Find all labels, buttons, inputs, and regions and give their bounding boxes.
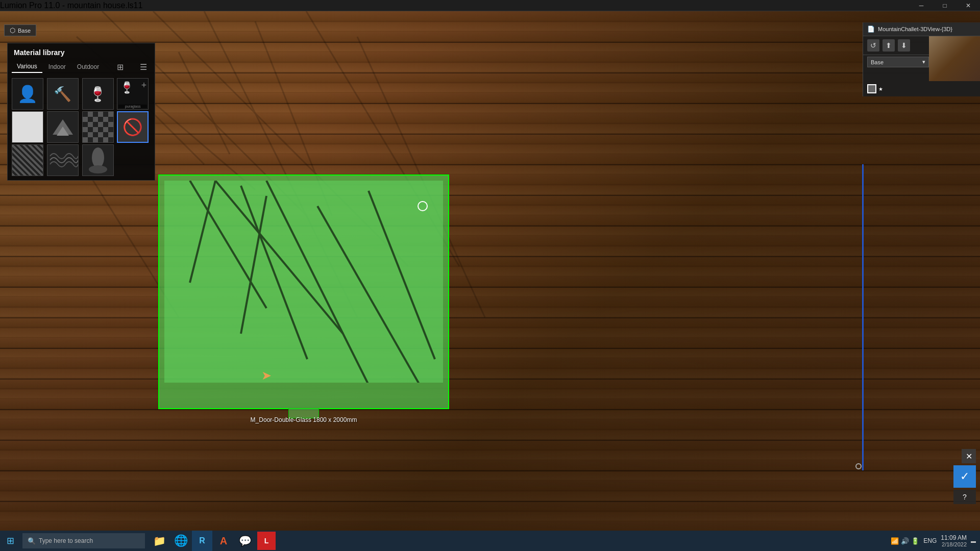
- confirm-button[interactable]: ✓: [953, 465, 976, 488]
- wood-plank-line: [0, 440, 980, 441]
- right-edge-indicator: [862, 164, 864, 470]
- taskbar-app-revit[interactable]: R: [192, 531, 212, 551]
- material-library-panel: Material library Various Indoor Outdoor …: [7, 43, 155, 181]
- lumion-icon: L: [257, 532, 276, 550]
- wood-plank-line: [0, 226, 980, 227]
- material-item-person[interactable]: 👤: [12, 78, 43, 110]
- taskbar-app-lumion[interactable]: L: [256, 531, 277, 551]
- network-icon[interactable]: 📶: [891, 537, 899, 545]
- search-icon: 🔍: [28, 537, 36, 545]
- wood-plank-line: [0, 409, 980, 410]
- panel-actions: ↺ ⬆ ⬇: [863, 36, 929, 55]
- taskbar-apps: 📁 🌐 R A 💬 L: [149, 531, 277, 551]
- door-arrow: ➤: [261, 368, 272, 383]
- time-display: 11:09 AM: [941, 534, 967, 541]
- tab-outdoor[interactable]: Outdoor: [72, 61, 104, 72]
- list-view-icon[interactable]: ☰: [136, 60, 151, 74]
- chevron-down-icon: ▾: [922, 59, 925, 65]
- language-indicator[interactable]: ENG: [923, 537, 937, 544]
- taskbar-app-whatsapp[interactable]: 💬: [235, 531, 255, 551]
- material-item-diagonal[interactable]: [12, 144, 43, 176]
- shape-svg: [83, 145, 113, 176]
- clock[interactable]: 11:09 AM 2/18/2022: [941, 534, 967, 547]
- grid-view-icon[interactable]: ⊞: [113, 60, 128, 74]
- download-button[interactable]: ⬇: [898, 39, 910, 52]
- dropdown-value: Base: [871, 59, 884, 65]
- panel-content-area: ↺ ⬆ ⬇ Base ▾: [863, 36, 980, 81]
- wood-plank-line: [0, 501, 980, 502]
- system-tray: 📶 🔊 🔋: [891, 537, 919, 545]
- svg-line-11: [215, 181, 343, 334]
- door-handle: [418, 201, 428, 211]
- panel-dropdown[interactable]: Base ▾: [867, 57, 929, 67]
- search-placeholder: Type here to search: [39, 537, 93, 544]
- plus-icon: +: [141, 80, 147, 91]
- material-item-glass[interactable]: 🍷: [82, 78, 114, 110]
- mode-indicator[interactable]: ⬡ Base: [4, 24, 36, 36]
- material-item-white[interactable]: [12, 111, 43, 143]
- material-item-dark-shape[interactable]: [82, 144, 114, 176]
- show-desktop-button[interactable]: ▬: [971, 538, 976, 544]
- color-swatch[interactable]: [867, 84, 876, 93]
- panel-thumbnail: [929, 36, 980, 81]
- no-entry-icon: 🚫: [122, 117, 143, 137]
- material-item-no-symbol[interactable]: 🚫: [117, 111, 149, 143]
- mode-icon: ⬡: [10, 27, 15, 34]
- whatsapp-icon: 💬: [239, 535, 252, 547]
- windows-icon: ⊞: [7, 535, 14, 546]
- hammer-icon: 🔨: [54, 86, 71, 103]
- svg-line-10: [190, 181, 266, 308]
- wood-plank-line: [0, 287, 980, 288]
- wood-plank-line: [0, 256, 980, 257]
- chrome-icon: 🌐: [174, 534, 188, 547]
- color-star[interactable]: ★: [878, 86, 883, 92]
- door-branch-shadows: [164, 181, 443, 383]
- taskbar-app-autodesk[interactable]: A: [213, 531, 234, 551]
- svg-line-12: [241, 186, 307, 359]
- wood-plank-line: [0, 379, 980, 380]
- taskbar-app-explorer[interactable]: 📁: [149, 531, 169, 551]
- svg-line-15: [369, 191, 435, 359]
- taskbar-app-chrome[interactable]: 🌐: [170, 531, 191, 551]
- window-controls: ─ □ ✕: [910, 0, 980, 11]
- document-icon: 📄: [867, 26, 875, 33]
- explorer-icon: 📁: [153, 535, 166, 547]
- taskbar-right: 📶 🔊 🔋 ENG 11:09 AM 2/18/2022 ▬: [891, 534, 980, 547]
- viewport: M_Door-Double-Glass 1800 x 2000mm ➤ ⬡ Ba…: [0, 11, 980, 531]
- mountain-shape-icon: [53, 119, 73, 135]
- tab-various[interactable]: Various: [12, 61, 42, 73]
- material-item-mountain[interactable]: [47, 111, 79, 143]
- window-title: Lumion Pro 11.0 - mountain house.ls11: [0, 1, 142, 10]
- material-item-checker[interactable]: [82, 111, 114, 143]
- upload-button[interactable]: ⬆: [883, 39, 895, 52]
- help-button[interactable]: ?: [953, 490, 976, 504]
- wood-plank-line: [0, 470, 980, 471]
- refresh-button[interactable]: ↺: [867, 39, 879, 52]
- svg-line-14: [317, 206, 420, 383]
- wood-plank-line: [0, 317, 980, 318]
- svg-line-13: [266, 181, 369, 383]
- search-bar[interactable]: 🔍 Type here to search: [22, 533, 145, 548]
- close-button[interactable]: ✕: [957, 0, 980, 11]
- dismiss-button[interactable]: ✕: [962, 449, 976, 463]
- wood-plank-line: [0, 195, 980, 196]
- svg-line-16: [190, 181, 215, 283]
- door-panel-inner: [164, 181, 443, 383]
- material-grid: 👤 🔨 🍷 🍷 + puraglass 🚫: [8, 78, 155, 180]
- door-panel[interactable]: M_Door-Double-Glass 1800 x 2000mm ➤: [158, 174, 449, 409]
- volume-icon[interactable]: 🔊: [901, 537, 909, 545]
- svg-point-18: [92, 147, 104, 168]
- battery-icon[interactable]: 🔋: [911, 537, 919, 545]
- material-item-hammer[interactable]: 🔨: [47, 78, 79, 110]
- action-buttons: ✕ ✓ ?: [953, 449, 976, 504]
- material-item-glass-add[interactable]: 🍷 + puraglass: [117, 78, 149, 110]
- material-label: puraglass: [118, 105, 147, 108]
- wave-svg: [47, 145, 78, 176]
- start-button[interactable]: ⊞: [0, 531, 20, 551]
- svg-point-19: [89, 165, 107, 173]
- door-label: M_Door-Double-Glass 1800 x 2000mm: [251, 416, 357, 423]
- tab-indoor[interactable]: Indoor: [43, 61, 71, 72]
- maximize-button[interactable]: □: [933, 0, 957, 11]
- minimize-button[interactable]: ─: [910, 0, 933, 11]
- material-item-wave[interactable]: [47, 144, 79, 176]
